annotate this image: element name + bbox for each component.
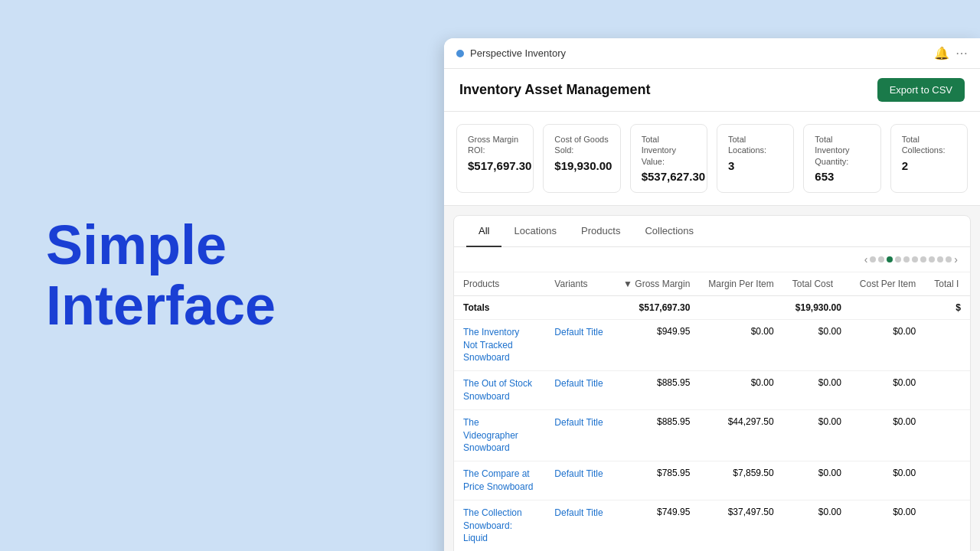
stat-value-total-collections: 2 (902, 159, 956, 172)
tab-all[interactable]: All (466, 216, 501, 247)
stat-label-total-inventory-value: Total Inventory Value: (642, 134, 696, 167)
hero-line2: Interface (46, 276, 368, 336)
margin-per-item-0: $0.00 (699, 319, 782, 370)
variant-1: Default Title (545, 371, 614, 410)
cost-per-item-3: $0.00 (851, 461, 925, 500)
variant-0: Default Title (545, 319, 614, 370)
hero-text: Simple Interface (46, 215, 368, 336)
stat-value-total-inventory-quantity: 653 (815, 170, 869, 183)
tabs-nav: All Locations Products Collections (454, 216, 970, 247)
stat-total-locations: Total Locations: 3 (717, 124, 794, 193)
totals-total-cost: $19,930.00 (783, 295, 851, 319)
totals-margin-per-item (699, 295, 782, 319)
dot-8 (929, 256, 935, 262)
cost-per-item-1: $0.00 (851, 371, 925, 410)
dot-7 (920, 256, 926, 262)
total-cost-2: $0.00 (783, 409, 851, 461)
stat-value-total-locations: 3 (728, 159, 782, 172)
bell-icon[interactable]: 🔔 (934, 46, 949, 60)
margin-per-item-4: $37,497.50 (699, 500, 782, 551)
product-name-0: The Inventory Not Tracked Snowboard (454, 319, 545, 370)
total-cost-3: $0.00 (783, 461, 851, 500)
total-cost-0: $0.00 (783, 319, 851, 370)
total-cost-4: $0.00 (783, 500, 851, 551)
content-header: Inventory Asset Management Export to CSV (444, 69, 980, 112)
totals-row: Totals $517,697.30 $19,930.00 $ (454, 295, 970, 319)
stat-value-cost-of-goods: $19,930.00 (554, 159, 609, 172)
variant-4: Default Title (545, 500, 614, 551)
stat-label-total-collections: Total Collections: (902, 134, 956, 156)
dot-5 (903, 256, 910, 262)
stat-total-collections: Total Collections: 2 (890, 124, 968, 193)
stat-value-gross-margin-roi: $517,697.30 (468, 159, 522, 172)
variant-link-4[interactable]: Default Title (554, 507, 603, 518)
product-link-4[interactable]: The Collection Snowboard: Liquid (463, 507, 522, 544)
variant-2: Default Title (545, 409, 614, 461)
chevron-right-icon[interactable]: › (954, 253, 958, 266)
total-cost-1: $0.00 (783, 371, 851, 410)
tab-bar: Perspective Inventory 🔔 ⋯ (444, 38, 980, 69)
variant-link-1[interactable]: Default Title (554, 378, 603, 389)
app-panel: Perspective Inventory 🔔 ⋯ Inventory Asse… (444, 38, 980, 551)
tab-collections[interactable]: Collections (632, 216, 706, 247)
product-name-4: The Collection Snowboard: Liquid (454, 500, 545, 551)
totals-gross-margin: $517,697.30 (614, 295, 699, 319)
total-i-0 (925, 319, 970, 370)
stat-cost-of-goods: Cost of Goods Sold: $19,930.00 (543, 124, 620, 193)
cost-per-item-4: $0.00 (851, 500, 925, 551)
tab-products[interactable]: Products (569, 216, 632, 247)
th-products: Products (454, 272, 545, 296)
totals-variants (545, 295, 614, 319)
page-title: Inventory Asset Management (459, 82, 650, 98)
dot-1 (870, 256, 876, 262)
table-row: The Inventory Not Tracked Snowboard Defa… (454, 319, 970, 370)
th-margin-per-item: Margin Per Item (699, 272, 782, 296)
gross-margin-0: $949.95 (614, 319, 699, 370)
table-row: The Compare at Price Snowboard Default T… (454, 461, 970, 500)
export-csv-button[interactable]: Export to CSV (877, 78, 965, 102)
table-row: The Videographer Snowboard Default Title… (454, 409, 970, 461)
chevron-left-icon[interactable]: ‹ (864, 253, 868, 266)
th-gross-margin[interactable]: ▼ Gross Margin (614, 272, 699, 296)
cost-per-item-2: $0.00 (851, 409, 925, 461)
margin-per-item-1: $0.00 (699, 371, 782, 410)
variant-link-0[interactable]: Default Title (554, 327, 603, 337)
stat-label-cost-of-goods: Cost of Goods Sold: (554, 134, 609, 156)
dot-4 (895, 256, 901, 262)
variant-link-2[interactable]: Default Title (554, 417, 603, 428)
gross-margin-4: $749.95 (614, 500, 699, 551)
stat-label-total-locations: Total Locations: (728, 134, 782, 156)
tab-indicator (456, 50, 464, 57)
product-name-2: The Videographer Snowboard (454, 409, 545, 461)
cost-per-item-0: $0.00 (851, 319, 925, 370)
product-link-2[interactable]: The Videographer Snowboard (463, 417, 518, 454)
table-row: The Collection Snowboard: Liquid Default… (454, 500, 970, 551)
dot-9 (937, 256, 943, 262)
product-link-1[interactable]: The Out of Stock Snowboard (463, 378, 532, 402)
variant-link-3[interactable]: Default Title (554, 468, 603, 479)
dot-6 (912, 256, 918, 262)
product-link-0[interactable]: The Inventory Not Tracked Snowboard (463, 327, 519, 364)
total-i-3 (925, 461, 970, 500)
margin-per-item-3: $7,859.50 (699, 461, 782, 500)
table-row: The Out of Stock Snowboard Default Title… (454, 371, 970, 410)
tab-locations[interactable]: Locations (501, 216, 569, 247)
total-i-1 (925, 371, 970, 410)
stat-total-inventory-quantity: Total Inventory Quantity: 653 (803, 124, 880, 193)
th-total-cost: Total Cost (783, 272, 851, 296)
stat-value-total-inventory-value: $537,627.30 (642, 170, 696, 183)
dot-2 (878, 256, 884, 262)
dot-3 (887, 256, 893, 262)
total-i-2 (925, 409, 970, 461)
more-icon[interactable]: ⋯ (956, 46, 968, 60)
product-name-3: The Compare at Price Snowboard (454, 461, 545, 500)
th-total-i: Total I (925, 272, 970, 296)
totals-cost-per-item (851, 295, 925, 319)
gross-margin-2: $885.95 (614, 409, 699, 461)
data-table: Products Variants ▼ Gross Margin Margin … (454, 272, 970, 551)
total-i-4 (925, 500, 970, 551)
tab-actions: 🔔 ⋯ (934, 46, 968, 60)
product-link-3[interactable]: The Compare at Price Snowboard (463, 468, 533, 492)
gross-margin-3: $785.95 (614, 461, 699, 500)
th-cost-per-item: Cost Per Item (851, 272, 925, 296)
